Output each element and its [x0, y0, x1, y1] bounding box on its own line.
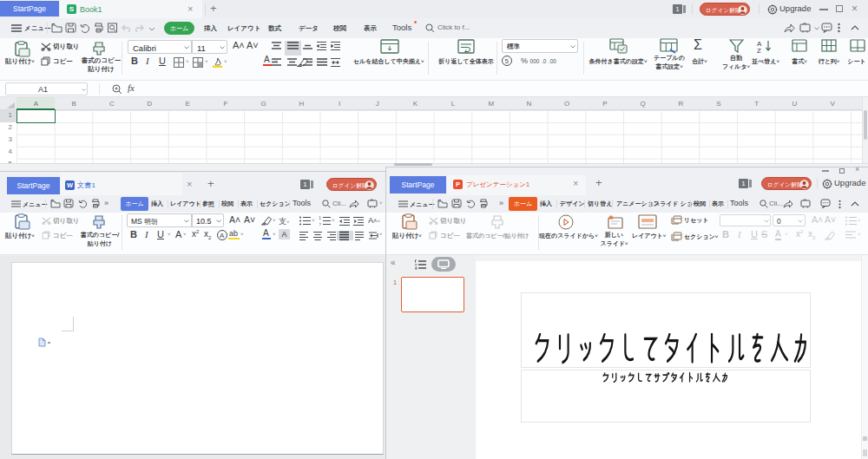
- svg-text:A: A: [220, 232, 225, 239]
- svg-text:Z: Z: [757, 47, 761, 53]
- svg-text:2: 2: [319, 222, 321, 226]
- svg-text:5: 5: [505, 57, 510, 65]
- svg-text:1: 1: [319, 216, 321, 220]
